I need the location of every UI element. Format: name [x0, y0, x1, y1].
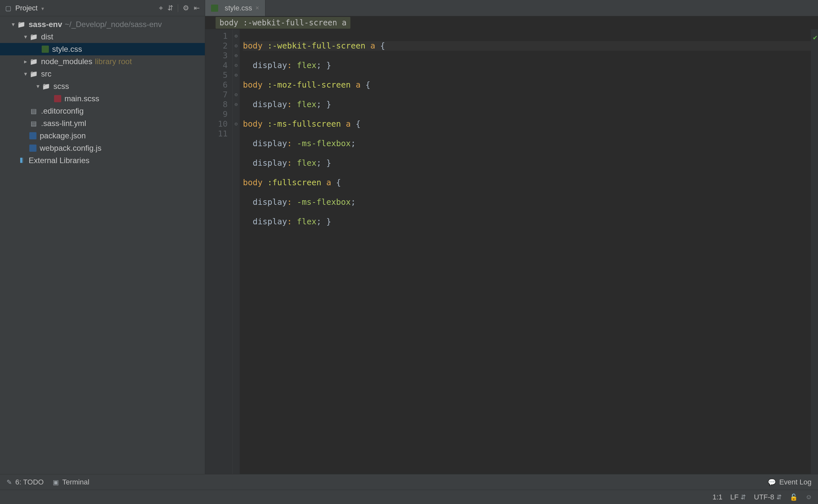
file-icon: [29, 119, 38, 128]
line-separator[interactable]: LF⇵: [730, 493, 746, 501]
code-line[interactable]: body :-moz-full-screen a {: [243, 80, 811, 90]
close-icon[interactable]: ×: [255, 4, 259, 12]
hide-panel-icon[interactable]: ⇤: [194, 4, 200, 12]
code-line[interactable]: display: -ms-flexbox;: [243, 197, 811, 207]
line-number[interactable]: 8: [205, 100, 228, 109]
code-line[interactable]: body :-ms-fullscreen a {: [243, 119, 811, 129]
main-row: ▢ Project ▾ ⌖ ⇵ ⚙ ⇤ ▾ sass-env ~/_Dev: [0, 0, 818, 474]
code-line[interactable]: [243, 236, 811, 246]
line-number[interactable]: 2: [205, 41, 228, 51]
code-line[interactable]: display: flex; }: [243, 61, 811, 70]
line-number[interactable]: 4: [205, 61, 228, 70]
tree-annotation: library root: [95, 57, 132, 66]
tree-folder-node-modules[interactable]: ▸ node_modules library root: [0, 55, 205, 68]
editor-tab-style-css[interactable]: style.css ×: [205, 0, 265, 16]
code-line[interactable]: display: -ms-flexbox;: [243, 139, 811, 148]
updown-icon: ⇵: [740, 493, 746, 501]
folder-icon: [29, 70, 38, 78]
fold-gutter[interactable]: ⊖ ⊝ ⊖ ⊝ ⊖ ⊝ ⊖ ⊝: [233, 29, 240, 474]
breadcrumb[interactable]: body :-webkit-full-screen a: [216, 17, 350, 29]
code-line[interactable]: display: flex; }: [243, 158, 811, 168]
line-number[interactable]: 6: [205, 80, 228, 90]
event-log-label: Event Log: [779, 478, 811, 486]
tab-label: style.css: [225, 4, 252, 12]
css-file-icon: [42, 46, 49, 53]
code-line[interactable]: body :fullscreen a {: [243, 178, 811, 188]
tree-label: node_modules: [41, 57, 92, 66]
folder-icon: [29, 33, 38, 41]
editor-area: style.css × body :-webkit-full-screen a …: [205, 0, 818, 474]
scroll-from-source-icon[interactable]: ⌖: [159, 4, 163, 12]
folder-icon: [42, 82, 50, 91]
chevron-right-icon[interactable]: ▸: [22, 58, 29, 65]
fold-marker[interactable]: ⊝: [233, 41, 240, 51]
speech-bubble-icon: 💬: [768, 478, 776, 486]
caret-position[interactable]: 1:1: [712, 493, 723, 501]
tree-folder-scss[interactable]: ▾ scss: [0, 80, 205, 92]
collapse-all-icon[interactable]: ⇵: [167, 4, 173, 12]
line-number[interactable]: 1: [205, 31, 228, 41]
file-encoding[interactable]: UTF-8⇵: [754, 493, 782, 501]
project-icon: ▢: [5, 4, 11, 12]
terminal-icon: ▣: [53, 478, 59, 486]
line-number[interactable]: 11: [205, 129, 228, 139]
project-tree[interactable]: ▾ sass-env ~/_Develop/_node/sass-env ▾ d…: [0, 16, 205, 474]
inspection-ok-icon[interactable]: ✔: [813, 33, 817, 42]
fold-marker[interactable]: ⊝: [233, 61, 240, 70]
scss-file-icon: [54, 95, 61, 102]
fold-marker[interactable]: ⊖: [233, 31, 240, 41]
breadcrumb-bar: body :-webkit-full-screen a: [205, 16, 818, 29]
line-number[interactable]: 7: [205, 90, 228, 100]
editor-tab-bar[interactable]: style.css ×: [205, 0, 818, 16]
tree-external-libraries[interactable]: External Libraries: [0, 154, 205, 167]
fold-marker[interactable]: ⊖: [233, 70, 240, 80]
line-number[interactable]: 10: [205, 119, 228, 129]
tree-folder-src[interactable]: ▾ src: [0, 68, 205, 80]
tree-file-sass-lint[interactable]: .sass-lint.yml: [0, 117, 205, 130]
tree-file-main-scss[interactable]: main.scss: [0, 92, 205, 105]
settings-gear-icon[interactable]: ⚙: [183, 4, 189, 12]
divider: [178, 4, 178, 12]
line-number[interactable]: 5: [205, 70, 228, 80]
editor-body[interactable]: 1 2 3 4 5 6 7 8 9 10 11 ⊖ ⊝ ⊖ ⊝: [205, 29, 818, 474]
js-file-icon: [29, 145, 36, 152]
chevron-down-icon[interactable]: ▾: [10, 21, 16, 28]
tree-file-editorconfig[interactable]: .editorconfig: [0, 105, 205, 117]
json-file-icon: [29, 132, 36, 139]
tool-window-bar: ✎ 6: TODO ▣ Terminal 💬 Event Log: [0, 474, 818, 490]
code-line[interactable]: body :-webkit-full-screen a {: [243, 41, 811, 51]
chevron-down-icon[interactable]: ▾: [35, 83, 41, 90]
tree-file-style-css[interactable]: style.css: [0, 43, 205, 55]
chevron-down-icon[interactable]: ▾: [22, 33, 29, 40]
project-header: ▢ Project ▾ ⌖ ⇵ ⚙ ⇤: [0, 0, 205, 16]
tree-label: package.json: [40, 131, 86, 140]
readonly-toggle[interactable]: 🔓: [790, 493, 798, 501]
code-line[interactable]: display: flex; }: [243, 100, 811, 109]
code-line[interactable]: display: flex; }: [243, 217, 811, 227]
folder-icon: [17, 20, 25, 29]
line-number[interactable]: 3: [205, 51, 228, 61]
css-file-icon: [211, 5, 218, 12]
fold-marker[interactable]: ⊖: [233, 100, 240, 109]
project-view-dropdown[interactable]: ▾: [41, 6, 44, 12]
tree-file-package-json[interactable]: package.json: [0, 130, 205, 142]
todo-tool-window-button[interactable]: ✎ 6: TODO: [7, 478, 44, 486]
code-area[interactable]: body :-webkit-full-screen a { display: f…: [240, 29, 811, 474]
fold-marker[interactable]: ⊝: [233, 119, 240, 129]
todo-icon: ✎: [7, 478, 12, 486]
fold-marker[interactable]: ⊖: [233, 51, 240, 61]
line-number-gutter[interactable]: 1 2 3 4 5 6 7 8 9 10 11: [205, 29, 233, 474]
fold-marker[interactable]: ⊝: [233, 90, 240, 100]
hector-icon[interactable]: ☺: [806, 493, 812, 501]
terminal-tool-window-button[interactable]: ▣ Terminal: [53, 478, 89, 486]
chevron-down-icon[interactable]: ▾: [22, 70, 29, 77]
project-title[interactable]: Project: [15, 4, 37, 12]
event-log-button[interactable]: 💬 Event Log: [768, 478, 811, 486]
line-number[interactable]: 9: [205, 109, 228, 119]
project-tool-window: ▢ Project ▾ ⌖ ⇵ ⚙ ⇤ ▾ sass-env ~/_Dev: [0, 0, 205, 474]
tree-folder-dist[interactable]: ▾ dist: [0, 31, 205, 43]
tree-root[interactable]: ▾ sass-env ~/_Develop/_node/sass-env: [0, 18, 205, 31]
tree-label: .editorconfig: [41, 106, 84, 116]
error-stripe[interactable]: ✔: [811, 29, 818, 474]
tree-file-webpack-config[interactable]: webpack.config.js: [0, 142, 205, 154]
